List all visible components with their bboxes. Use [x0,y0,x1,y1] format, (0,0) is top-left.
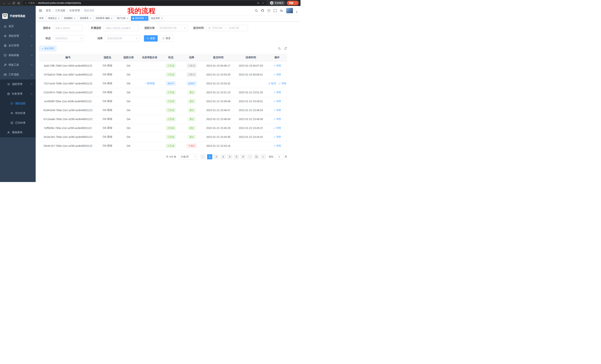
breadcrumb-item[interactable]: 工作流程 [55,9,65,12]
sidebar-item-dev-tools[interactable]: 研发工具 [0,60,36,70]
sidebar-item-payment-management[interactable]: 支付管理 [0,41,36,50]
url-host: dashboard.yudao.iocoder.cn [38,2,67,4]
result-tag: 通过 [188,126,196,130]
page-button-11[interactable]: 11 [254,154,259,159]
fullscreen-icon[interactable] [273,9,277,12]
toolbar-refresh-icon[interactable] [284,47,287,50]
detail-action[interactable]: 详情 [273,135,281,139]
tab-process-form[interactable]: 流程表单× [78,16,93,21]
browser-forward-icon[interactable]: → [7,1,11,5]
tab-close-icon[interactable]: × [74,17,76,19]
password-key-icon[interactable] [257,2,260,4]
cell-submit-time: 2022-01-22 23:46:04 [202,115,235,124]
category-select[interactable]: 请选择流程分类 [157,25,188,31]
page-root: ← → ⚠ 不安全 dashboard.yudao.iocoder.cn/bpm… [0,0,300,182]
sidebar-item-infrastructure[interactable]: 基础设施 [0,50,36,60]
help-icon[interactable]: ? [267,9,270,12]
cell-actions: 详情 [267,115,287,124]
submit-time-range[interactable]: 开始日期-结束日期 [206,25,248,31]
detail-action[interactable]: 详情 [273,73,281,76]
detail-action[interactable]: 详情 [273,117,281,121]
sidebar-item-system-management[interactable]: 系统管理 [0,31,36,41]
sidebar-item-done-tasks[interactable]: 已办任务 [0,118,36,128]
next-page-button[interactable]: › [260,154,266,159]
page-button-3[interactable]: 3 [220,154,226,159]
status-select[interactable]: 请选择状态 [53,35,84,42]
cell-status: 已完成 [160,61,181,70]
cancel-action[interactable]: 取消 [268,82,276,85]
github-icon[interactable] [261,9,264,12]
detail-action[interactable]: 详情 [273,64,281,67]
page-button-5[interactable]: 5 [234,154,239,159]
tab-process-form-edit[interactable]: 流程表单-编辑× [94,16,114,21]
tab-close-icon[interactable]: × [90,17,91,19]
goto-page-input[interactable] [275,154,283,159]
url-path: /bpm/task/my [67,2,81,4]
font-size-icon[interactable] [280,9,283,12]
address-bar[interactable]: ⚠ 不安全 dashboard.yudao.iocoder.cn/bpm/tas… [23,1,267,5]
process-name-input[interactable] [55,27,80,29]
cell-actions: 详情 [267,88,287,97]
sidebar-item-label: 请假查询 [12,131,22,134]
tab-close-icon[interactable]: × [145,17,147,19]
sidebar-item-label: 支付管理 [9,44,19,47]
sidebar-item-todo-tasks[interactable]: 待办任务 [0,108,36,118]
page-button-2[interactable]: 2 [214,154,219,159]
breadcrumb-item[interactable]: 任务管理 [70,9,80,12]
tab-my-process[interactable]: 我的流程× [131,16,148,21]
page-size-select[interactable]: 10条/页 [179,154,197,159]
cell-end-time: 2022-01-22 23:51:20 [235,88,267,97]
sidebar-item-process-management[interactable]: 流程管理 [0,79,36,89]
detail-action[interactable]: 详情 [279,82,286,85]
tab-close-icon[interactable]: × [58,17,60,19]
detail-action[interactable]: 详情 [273,100,281,103]
sidebar-item-home[interactable]: 首页 [0,21,36,31]
browser-menu-icon[interactable]: ⋮ [295,2,297,4]
filter-label: 状态 [39,37,51,40]
detail-action[interactable]: 详情 [273,144,281,147]
tab-start-process[interactable]: 发起流程× [149,16,164,21]
detail-action[interactable]: 详情 [273,91,281,94]
breadcrumb-item[interactable]: 首页 [46,9,51,12]
sidebar-item-task-management[interactable]: 任务管理 [0,89,36,99]
browser-reload-icon[interactable] [11,1,16,5]
filter-label: 流程分类 [144,26,155,30]
reset-button[interactable]: 重置 [160,35,173,42]
avatar-caret-icon[interactable] [296,12,298,13]
tab-user-group[interactable]: 用户分组× [115,16,130,21]
page-button-6[interactable]: 6 [240,154,246,159]
more-pages-button[interactable]: ··· [247,154,252,159]
app-logo: 芋道管理系统 [0,6,36,21]
tab-process-definition[interactable]: 流程定义× [46,16,61,21]
sidebar-toggle-icon[interactable] [39,9,42,12]
process-definition-input[interactable] [106,27,137,29]
current-task-link[interactable]: 一级审批 [144,82,155,85]
search-icon[interactable] [255,9,258,12]
user-avatar[interactable] [286,8,293,13]
tab-home[interactable]: 首页 [38,16,45,21]
tab-process-model[interactable]: 流程模型× [62,16,77,21]
detail-action[interactable]: 详情 [273,126,281,130]
tab-close-icon[interactable]: × [161,17,163,19]
toolbar-search-icon[interactable] [278,47,281,50]
cell-process-name: OA 请假 [97,141,118,150]
sidebar-item-leave-query[interactable]: 请假查询 [0,128,36,137]
sidebar-item-workflow[interactable]: 工作流程 [0,70,36,79]
start-process-button[interactable]: + 发起流程 [39,46,56,51]
tab-close-icon[interactable]: × [111,17,112,19]
page-button-1[interactable]: 1 [207,154,212,159]
cell-category: OA [118,141,139,150]
browser-back-icon[interactable]: ← [2,1,6,5]
detail-action[interactable]: 详情 [273,108,281,112]
result-select[interactable]: 请选择流结果 [105,35,140,42]
cell-id: 7470a810-7b9b-11ec-b5b7-acde48001122 [39,70,97,79]
bookmark-star-icon[interactable]: ☆ [262,2,264,4]
search-button[interactable]: 搜索 [144,35,158,42]
sidebar-item-my-process[interactable]: 我的流程 [0,99,36,108]
browser-home-icon[interactable] [16,1,21,5]
tools-icon [4,63,7,67]
browser-update-button[interactable]: 更新 ⋮ [287,1,299,5]
tab-close-icon[interactable]: × [127,17,128,19]
prev-page-button[interactable]: ‹ [200,154,206,159]
page-button-4[interactable]: 4 [227,154,232,159]
